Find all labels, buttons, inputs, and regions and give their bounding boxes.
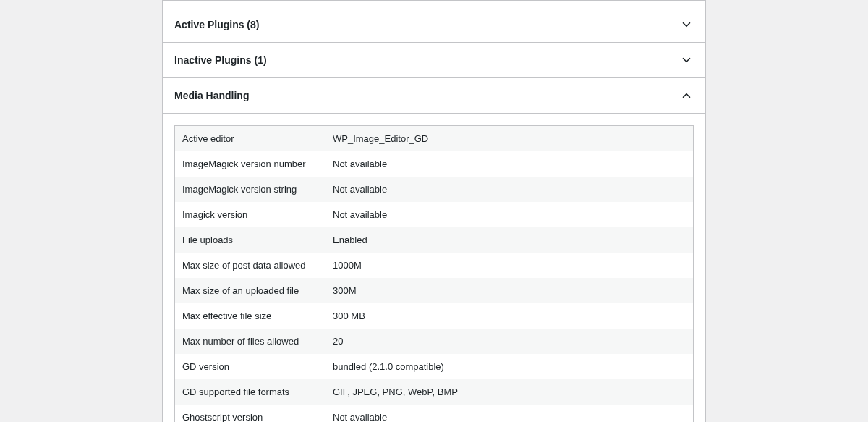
row-value: WP_Image_Editor_GD — [330, 126, 693, 151]
previous-section-stub — [162, 0, 706, 7]
row-label: Active editor — [175, 126, 330, 151]
row-label: Imagick version — [175, 202, 330, 227]
chevron-down-icon — [679, 17, 694, 32]
row-value: 300M — [330, 278, 693, 303]
row-value: Not available — [330, 177, 693, 202]
table-row: Imagick version Not available — [175, 202, 693, 227]
section-title: Inactive Plugins (1) — [174, 54, 267, 66]
row-value: Not available — [330, 405, 693, 422]
row-label: ImageMagick version number — [175, 151, 330, 177]
row-value: 1000M — [330, 253, 693, 278]
chevron-down-icon — [679, 53, 694, 67]
row-value: Not available — [330, 151, 693, 177]
chevron-up-icon — [679, 88, 694, 103]
row-value: 300 MB — [330, 303, 693, 329]
row-value: Enabled — [330, 227, 693, 253]
section-body-media-handling: Active editor WP_Image_Editor_GD ImageMa… — [162, 114, 706, 422]
row-value: GIF, JPEG, PNG, WebP, BMP — [330, 379, 693, 405]
row-label: Max size of an uploaded file — [175, 278, 330, 303]
table-row: Max size of an uploaded file 300M — [175, 278, 693, 303]
table-row: Active editor WP_Image_Editor_GD — [175, 126, 693, 151]
table-row: Max number of files allowed 20 — [175, 329, 693, 354]
table-row: Ghostscript version Not available — [175, 405, 693, 422]
table-row: Max size of post data allowed 1000M — [175, 253, 693, 278]
section-title: Media Handling — [174, 90, 249, 101]
table-row: GD version bundled (2.1.0 compatible) — [175, 354, 693, 379]
row-label: Max number of files allowed — [175, 329, 330, 354]
site-health-panel: Active Plugins (8) Inactive Plugins (1) … — [162, 0, 706, 422]
row-value: bundled (2.1.0 compatible) — [330, 354, 693, 379]
row-value: Not available — [330, 202, 693, 227]
row-label: Ghostscript version — [175, 405, 330, 422]
row-label: ImageMagick version string — [175, 177, 330, 202]
row-label: Max effective file size — [175, 303, 330, 329]
row-value: 20 — [330, 329, 693, 354]
section-header-inactive-plugins[interactable]: Inactive Plugins (1) — [162, 43, 706, 78]
table-row: ImageMagick version string Not available — [175, 177, 693, 202]
row-label: GD supported file formats — [175, 379, 330, 405]
table-row: Max effective file size 300 MB — [175, 303, 693, 329]
row-label: Max size of post data allowed — [175, 253, 330, 278]
table-row: GD supported file formats GIF, JPEG, PNG… — [175, 379, 693, 405]
row-label: File uploads — [175, 227, 330, 253]
row-label: GD version — [175, 354, 330, 379]
table-row: File uploads Enabled — [175, 227, 693, 253]
section-header-media-handling[interactable]: Media Handling — [162, 78, 706, 114]
section-title: Active Plugins (8) — [174, 19, 259, 30]
table-row: ImageMagick version number Not available — [175, 151, 693, 177]
section-header-active-plugins[interactable]: Active Plugins (8) — [162, 7, 706, 43]
media-handling-table: Active editor WP_Image_Editor_GD ImageMa… — [174, 125, 694, 422]
